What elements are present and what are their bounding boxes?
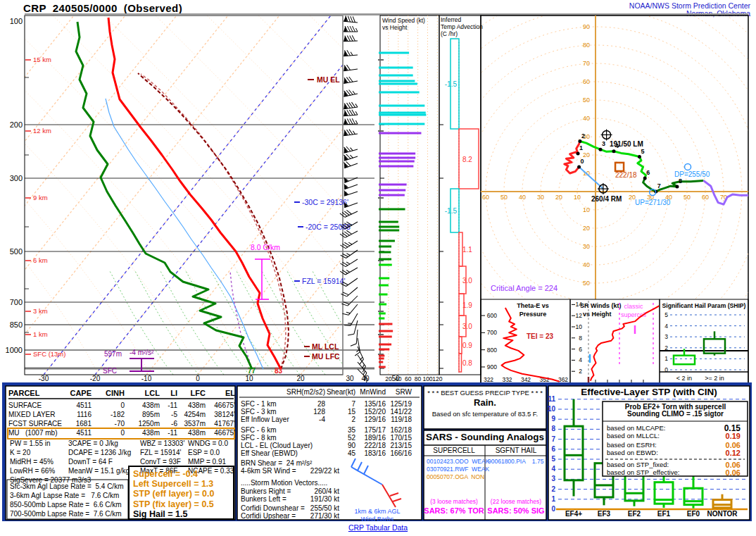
lapse-rate: 3-6km Agl Lapse Rate = 7.6 C/km xyxy=(10,492,119,499)
ship-title: Significant Hail Param (SHIP) xyxy=(662,302,746,309)
wind-speed-tick: 60 xyxy=(405,375,412,382)
thermo-stat: PW = 1.55 in xyxy=(10,440,51,447)
sars-supercell-entry: 00050707.OGA NON xyxy=(427,473,484,480)
hodo-ring-label: 10 xyxy=(583,206,590,213)
stp-cat-label: EF2 xyxy=(628,510,641,518)
parcel-cell: 46675' xyxy=(193,429,235,437)
parcel-cell: 41767' xyxy=(193,420,235,428)
kin-cell: SRW xyxy=(363,388,412,396)
stp-ytick: 7 xyxy=(551,435,555,443)
parcel-row: MIXED LAYER1116-182895m-54254m38124' xyxy=(8,411,234,420)
theta-xtick: 342 xyxy=(521,376,531,383)
pressure-label: 700 xyxy=(10,298,23,306)
prob-row-label: based on MLLCL: xyxy=(607,432,660,440)
skewt-frame xyxy=(25,15,343,375)
stp-ytick: 0 xyxy=(551,505,555,513)
mu-el-label: MU EL xyxy=(317,75,340,84)
stp-ytick: 6 xyxy=(551,445,555,453)
thermo-stat: MMP = 0.91 xyxy=(188,458,226,466)
hodo-ring-label: 50 xyxy=(583,96,590,104)
dewpoint-trace xyxy=(76,22,252,369)
composite-index: STP (eff layer) = 0.0 xyxy=(133,489,214,499)
height-label: 9 km xyxy=(33,194,48,201)
line-gfx xyxy=(350,16,353,22)
theta-ytick: 800 xyxy=(487,347,497,354)
stp-cat-label: EF1 xyxy=(657,510,671,518)
hodo-ring-label: 30 xyxy=(537,194,544,201)
kin-label: SFC - 8 km xyxy=(241,434,277,442)
hodo-km-dot xyxy=(577,165,581,168)
wind-barb xyxy=(343,75,358,83)
advection-panel xyxy=(439,15,481,375)
pressure-label: 850 xyxy=(10,320,23,329)
line-gfx xyxy=(351,343,356,347)
line-gfx xyxy=(348,332,354,337)
stp-ytick: 2 xyxy=(551,485,555,493)
wind-barb xyxy=(343,63,358,71)
kin-kv-value: 255/50 kt xyxy=(290,504,339,512)
line-gfx xyxy=(350,154,353,158)
lapse-rate: 850-500mb Lapse Rate = 6.6 C/km xyxy=(10,501,122,509)
thermo-stat: MeanW = 15.1 g/kg xyxy=(68,467,130,475)
hodo-trace-9km-up xyxy=(703,180,752,204)
temp-axis-label: -10 xyxy=(141,375,152,382)
thermo-stat: WBZ = 13303' xyxy=(140,440,184,447)
wind-barb xyxy=(343,144,358,153)
hodo-km-label: 3 xyxy=(602,140,605,147)
hodo-ring-label: 30 xyxy=(583,243,590,250)
precip-type-value: Rain. xyxy=(424,397,546,408)
hodo-ring-label: 40 xyxy=(583,261,590,268)
prob-row-value: 0.12 xyxy=(726,449,741,457)
prob-row-value: 0.06 xyxy=(726,468,741,477)
hodo-ring-label: 40 xyxy=(583,115,590,122)
hodo-ring-label: 40 xyxy=(519,194,526,201)
advection-value: -1.5 xyxy=(445,80,458,88)
isotherm-line xyxy=(301,15,588,375)
height-label: 12 km xyxy=(33,127,51,135)
temp-axis-label: 0 xyxy=(196,375,200,382)
wind-barb xyxy=(344,15,358,23)
pressure-label: 1000 xyxy=(6,346,23,354)
composite-index: Left Supercell = 1.3 xyxy=(133,479,213,489)
kin-kv-value: 271/30 kt xyxy=(290,512,339,520)
corfidi-down-marker xyxy=(685,163,691,170)
hodo-km-label: 7 xyxy=(657,182,661,189)
hodo-ring xyxy=(376,0,756,411)
advection-value: 0.8 xyxy=(462,359,472,367)
wind-barb xyxy=(344,35,358,42)
hodo-km-label: 6 xyxy=(646,169,650,176)
stp-ytick: 9 xyxy=(551,415,555,423)
wind-barb xyxy=(342,173,358,183)
mean-wind-marker xyxy=(615,163,624,171)
prob-row-label: based on MLCAPE: xyxy=(607,424,665,432)
kin-cell: 125/19 xyxy=(363,400,412,408)
hodo-km-label: 1 xyxy=(579,144,583,151)
theta-ytick: 700 xyxy=(487,329,497,336)
kin-row: SFC - 1 km287135/16125/19 xyxy=(239,400,420,408)
hodo-ring xyxy=(358,0,756,430)
line-gfx xyxy=(353,131,355,135)
isotherm-line xyxy=(0,15,177,375)
parcel-row: FCST SURFACE1681-701250m-63537m41767' xyxy=(8,420,234,429)
parcel-row: SURFACE45110438m-11438m46675' xyxy=(8,401,234,411)
kin-kv-label: Bunkers Left = xyxy=(241,495,289,503)
kin-label: SFC - 3 km xyxy=(241,408,277,416)
tabular-data-link[interactable]: CRP Tabular Data xyxy=(336,523,420,532)
advection-title: Inferred xyxy=(441,16,462,23)
hodo-trace-0-2km xyxy=(565,142,580,174)
wind-speed-tick: 20 xyxy=(385,375,392,382)
wind-speed-tick: 100 xyxy=(422,375,432,382)
dry-adiabat xyxy=(207,15,510,375)
wind-barb xyxy=(344,311,358,328)
kin-cell: 166/16 xyxy=(363,449,412,457)
text-gfx: Temp Advection xyxy=(441,23,483,30)
wind-barb xyxy=(351,329,358,347)
sr-ytick: 14 xyxy=(576,301,583,308)
text-gfx: vs Height xyxy=(583,311,612,318)
height-label: 15 km xyxy=(33,56,51,63)
hodo-ring-label: 20 xyxy=(583,225,590,232)
ship-ytick: 3 xyxy=(664,333,668,340)
kin-kv-label: Corfidi Upshear = xyxy=(241,512,298,520)
sr-ytick: 12 xyxy=(576,312,583,319)
parcel-cell: 46675' xyxy=(193,401,235,409)
